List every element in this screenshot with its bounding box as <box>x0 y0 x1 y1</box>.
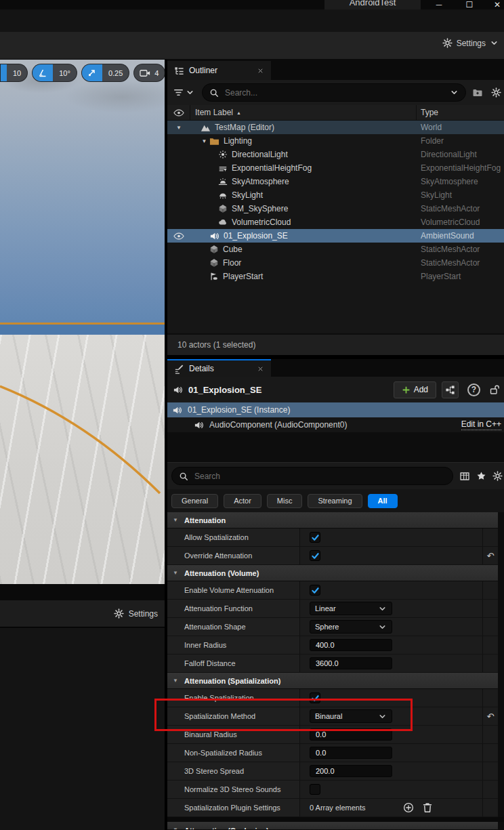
reset-column <box>483 762 498 780</box>
unlock-icon[interactable] <box>489 384 500 395</box>
outliner-item-label: Cube <box>223 245 243 254</box>
property-sections: ▼ Attenuation Allow Spatialization Overr… <box>167 512 504 830</box>
chevron-down-icon <box>378 604 387 613</box>
checkbox[interactable] <box>310 784 320 795</box>
item-label-column-header[interactable]: Item Label ▲ <box>190 105 417 120</box>
rotation-snap-button[interactable]: 10° <box>32 64 77 82</box>
number-field[interactable]: 0.0 <box>310 728 392 741</box>
outliner-row[interactable]: Cube StaticMeshActor <box>167 243 504 256</box>
component-row-audio[interactable]: AudioComponent (AudioComponent0) Edit in… <box>167 417 504 432</box>
chevron-down-icon[interactable] <box>186 88 194 97</box>
filter-tab-general[interactable]: General <box>171 494 218 508</box>
filter-tab-actor[interactable]: Actor <box>224 494 261 508</box>
outliner-row[interactable]: VolumetricCloud VolumetricCloud <box>167 215 504 229</box>
outliner-row[interactable]: DirectionalLight DirectionalLight <box>167 148 504 161</box>
settings-menu[interactable]: Settings <box>442 38 499 48</box>
blueprint-button[interactable] <box>442 381 459 398</box>
speaker-icon <box>194 420 204 430</box>
filter-icon[interactable] <box>173 87 184 98</box>
outliner-row[interactable]: PlayerStart PlayerStart <box>167 270 504 283</box>
filter-tab-streaming[interactable]: Streaming <box>308 494 362 508</box>
outliner-row[interactable]: ExponentialHeightFog ExponentialHeightFo… <box>167 161 504 175</box>
component-row-instance[interactable]: 01_Explosion_SE (Instance) <box>167 402 504 417</box>
category-header[interactable]: ▼ Attenuation (Volume) <box>167 565 498 581</box>
checkbox[interactable] <box>310 550 320 561</box>
category-header[interactable]: ▼ Attenuation (Spatialization) <box>167 673 498 689</box>
position-snap-button[interactable]: 10 <box>0 64 28 82</box>
outliner-row[interactable]: SkyLight SkyLight <box>167 188 504 202</box>
chevron-down-icon[interactable] <box>450 88 459 97</box>
category-header[interactable]: ▼ Attenuation <box>167 512 498 528</box>
window-title-tab[interactable]: AndroidTest <box>324 0 421 9</box>
reset-to-default-button[interactable]: ↶ <box>483 707 498 725</box>
viewport-settings-menu[interactable]: Settings <box>114 600 158 627</box>
outliner-search-input[interactable] <box>224 87 445 98</box>
search-icon <box>209 88 219 98</box>
close-icon[interactable] <box>257 67 264 75</box>
camera-speed-button[interactable]: 4 <box>133 64 165 82</box>
delete-elements-icon[interactable] <box>423 802 432 813</box>
eye-icon <box>173 109 184 117</box>
gear-icon[interactable] <box>492 471 503 481</box>
outliner-row[interactable]: Floor StaticMeshActor <box>167 256 504 270</box>
gear-icon[interactable] <box>491 87 501 98</box>
outliner-row[interactable]: ▼ Lighting Folder <box>167 134 504 148</box>
expander-icon[interactable]: ▼ <box>174 125 184 131</box>
property-row: Falloff Distance 3600.0 <box>167 655 498 673</box>
expander-icon[interactable]: ▼ <box>199 138 209 144</box>
favorites-icon[interactable] <box>476 471 486 481</box>
filter-tab-all[interactable]: All <box>368 494 398 508</box>
checkbox[interactable] <box>310 532 320 543</box>
dropdown[interactable]: Binaural <box>310 709 392 723</box>
close-icon[interactable] <box>257 365 264 373</box>
filter-tab-misc[interactable]: Misc <box>267 494 303 508</box>
window-title: AndroidTest <box>350 0 396 9</box>
property-label: Override Attenuation <box>184 552 252 560</box>
property-row: Enable Spatialization <box>167 689 498 707</box>
outliner-search[interactable] <box>202 83 466 102</box>
search-icon <box>179 472 188 481</box>
folder-plus-icon[interactable] <box>472 87 483 98</box>
help-button[interactable]: ? <box>467 383 480 396</box>
close-button[interactable]: ✕ <box>490 0 504 9</box>
tab-outliner[interactable]: Outliner <box>167 61 271 80</box>
outliner-row[interactable]: ▼ TestMap (Editor) World <box>167 121 504 134</box>
type-column-header[interactable]: Type <box>417 108 504 117</box>
number-field[interactable]: 200.0 <box>310 765 392 777</box>
details-search[interactable] <box>171 467 453 485</box>
reset-to-default-button[interactable]: ↶ <box>483 547 498 564</box>
left-empty-panel <box>0 628 165 830</box>
display-options-icon[interactable] <box>459 471 470 482</box>
number-field[interactable]: 3600.0 <box>310 657 392 669</box>
outliner-item-type: VolumetricCloud <box>417 217 504 227</box>
number-field[interactable]: 0.0 <box>310 747 392 759</box>
visibility-toggle[interactable] <box>167 232 190 240</box>
outliner-row[interactable]: SM_SkySphere StaticMeshActor <box>167 202 504 215</box>
edit-in-cpp-link[interactable]: Edit in C++ <box>461 419 501 430</box>
visibility-column-header[interactable] <box>167 105 190 120</box>
outliner-row[interactable]: SkyAtmosphere SkyAtmosphere <box>167 175 504 188</box>
checkbox[interactable] <box>310 692 320 703</box>
number-field[interactable]: 400.0 <box>310 639 392 651</box>
dropdown[interactable]: Linear <box>310 602 392 615</box>
reset-column <box>483 600 498 617</box>
category-header[interactable]: ▼ Attenuation (Occlusion) <box>167 822 498 830</box>
checkbox[interactable] <box>310 585 320 596</box>
menu-strip <box>0 9 504 32</box>
visibility-toggle[interactable]: ▼ <box>167 125 190 131</box>
viewport-settings-label: Settings <box>129 609 158 619</box>
dropdown[interactable]: Sphere <box>310 620 392 634</box>
tab-details[interactable]: Details <box>167 359 271 377</box>
maximize-button[interactable]: ☐ <box>463 0 476 9</box>
property-label: Non-Spatialized Radius <box>184 749 262 757</box>
add-component-button[interactable]: Add <box>394 381 436 398</box>
minimize-button[interactable]: ─ <box>432 0 446 9</box>
scale-snap-button[interactable]: 0.25 <box>81 64 129 82</box>
reset-column <box>483 781 498 798</box>
property-label: Enable Spatialization <box>184 694 254 702</box>
outliner-item-type: PlayerStart <box>417 272 504 281</box>
outliner-row[interactable]: 01_Explosion_SE AmbientSound <box>167 229 504 243</box>
viewport[interactable]: 10 10° 0.25 4 <box>0 60 165 584</box>
details-search-input[interactable] <box>193 471 446 482</box>
add-element-icon[interactable] <box>403 802 414 813</box>
